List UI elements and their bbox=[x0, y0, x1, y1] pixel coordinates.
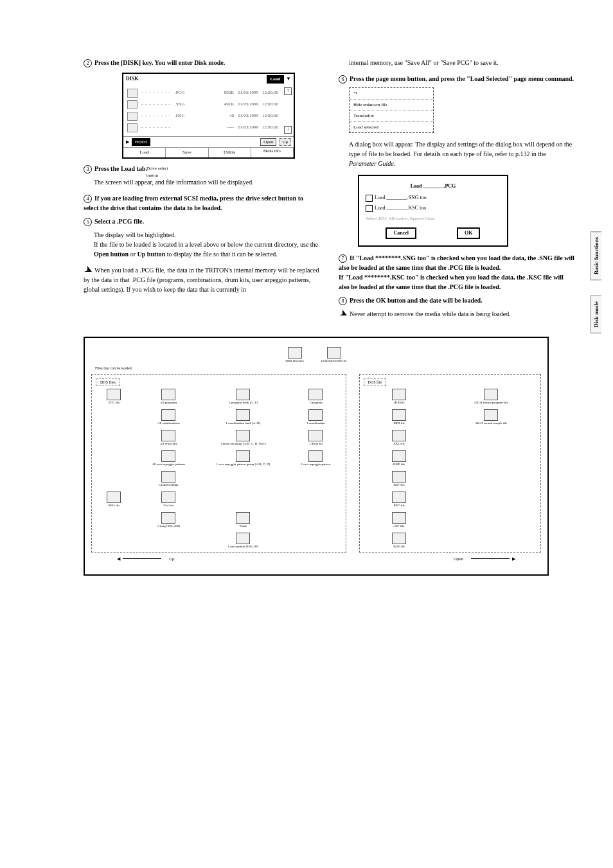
file-row: - - - - - - - -.KSC4001/03/199912:00:00 bbox=[127, 111, 278, 122]
load-header-button: Load bbox=[267, 75, 285, 84]
step-number-icon: 8 bbox=[339, 297, 347, 305]
file-icon bbox=[161, 471, 175, 483]
tree-node: Track bbox=[205, 512, 281, 527]
page-menu: ↪ Hide unknown file Translation Load sel… bbox=[349, 87, 434, 133]
file-icon bbox=[161, 512, 175, 524]
dialog-title: Load ________.PCG bbox=[366, 182, 501, 190]
tree-node: .JKB file bbox=[364, 389, 434, 404]
file-icon bbox=[392, 450, 406, 462]
step-3-body: The screen will appear, and file informa… bbox=[94, 177, 319, 187]
step-5: 5Select a .PCG file. bbox=[84, 217, 319, 226]
side-tabs: Basic functions Disk mode bbox=[591, 231, 601, 349]
file-icon bbox=[236, 430, 250, 441]
drive-arrow-icon: ▶ bbox=[126, 139, 129, 146]
folder-icon bbox=[288, 347, 302, 359]
file-row: - - - - - - - ------01/03/199912:00:00 bbox=[127, 122, 278, 134]
file-icon bbox=[327, 347, 341, 359]
file-icon bbox=[484, 409, 498, 421]
tree-node: All drum kits bbox=[141, 430, 196, 445]
tree-node: 1 program bank [A–F] bbox=[205, 389, 281, 404]
menu-item: Translation bbox=[350, 111, 433, 122]
file-icon bbox=[236, 533, 250, 544]
menu-item: Load selected bbox=[350, 122, 433, 133]
tree-subheader: DOS files bbox=[96, 378, 120, 386]
left-arrow-icon: ◀ bbox=[117, 556, 120, 562]
tree-node: .KMP file bbox=[364, 450, 434, 466]
tree-node: Global settings bbox=[141, 471, 196, 486]
tab-save: Save bbox=[166, 148, 208, 157]
step-4: 4If you are loading from external SCSI m… bbox=[84, 193, 319, 213]
tree-node: 1 user pattern [U00–99] bbox=[205, 533, 281, 548]
file-icon bbox=[161, 409, 175, 421]
tree-node: All user arpeggio patterns bbox=[141, 450, 196, 466]
tree-node: DOS directory bbox=[285, 347, 304, 362]
tree-node: 1 user arpeggio pattern bbox=[290, 450, 341, 466]
tree-node: 1 drum kit group [A/B, C, D, User] bbox=[205, 430, 281, 445]
file-icon bbox=[392, 389, 406, 400]
right-arrow-icon: ▶ bbox=[512, 556, 515, 562]
step-number-icon: 2 bbox=[84, 59, 92, 67]
file-icon bbox=[308, 389, 323, 400]
step-5-body: The display will be highlighted. If the … bbox=[94, 230, 319, 259]
tree-node: All combinations bbox=[141, 409, 196, 425]
step-8: 8Press the OK button and the date will b… bbox=[339, 296, 574, 305]
load-dialog: Load ________.PCG Load ________.SNG too … bbox=[358, 175, 508, 247]
file-row: - - - - - - - -.SNG491K01/03/199912:00:0… bbox=[127, 99, 278, 111]
file-icon bbox=[308, 409, 323, 421]
note-icon bbox=[84, 265, 93, 275]
file-icon bbox=[127, 89, 138, 98]
file-icon bbox=[127, 112, 138, 121]
tree-node: .AIF file bbox=[364, 512, 434, 527]
file-icon bbox=[392, 430, 406, 441]
step-number-icon: 7 bbox=[339, 254, 347, 263]
cancel-button: Cancel bbox=[386, 227, 416, 239]
tree-node: .SNG file bbox=[96, 492, 132, 507]
checkbox-icon bbox=[366, 195, 373, 202]
tree-node: All programs bbox=[141, 389, 196, 404]
dialog-radio-row: Select .KSC Allocation: Append Clear bbox=[366, 215, 501, 222]
file-icon bbox=[484, 389, 498, 400]
step-number-icon: 5 bbox=[84, 218, 92, 226]
drive-select-caption: Drive selectbutton bbox=[147, 165, 168, 179]
file-icon bbox=[308, 450, 323, 462]
file-icon bbox=[161, 492, 175, 503]
disk-screenshot: DISK Load▼ - - - - - - - -.PCG892K01/03/… bbox=[122, 73, 295, 159]
file-icon bbox=[236, 389, 250, 400]
step-7: 7If "Load ********.SNG too" is checked w… bbox=[339, 253, 574, 292]
step-2: 2Press the [DISK] key. You will enter Di… bbox=[84, 58, 319, 67]
file-icon bbox=[236, 512, 250, 524]
side-tab-disk: Disk mode bbox=[591, 296, 601, 333]
file-icon bbox=[127, 100, 138, 109]
step-number-icon: 6 bbox=[339, 75, 347, 84]
open-button: Open bbox=[260, 138, 276, 146]
file-icon bbox=[308, 430, 323, 441]
tree-node: 1 combination bank [A–D] bbox=[205, 409, 281, 425]
tree-node: 1 drum kit bbox=[290, 430, 341, 445]
file-icon bbox=[392, 409, 406, 421]
tree-subheader: DOS file bbox=[364, 378, 387, 386]
screen-title: DISK bbox=[126, 75, 139, 83]
file-icon bbox=[392, 471, 406, 483]
file-icon bbox=[161, 450, 175, 462]
file-icon bbox=[236, 450, 250, 462]
tree-node: AKAI format sample file bbox=[446, 409, 537, 425]
note-icon bbox=[339, 309, 348, 319]
file-row: - - - - - - - -.PCG892K01/03/199912:00:0… bbox=[127, 87, 278, 99]
file-icon bbox=[161, 389, 175, 400]
note-1: When you load a .PCG file, the data in t… bbox=[84, 265, 319, 294]
dialog-checkbox-row: Load ________.SNG too bbox=[366, 194, 501, 202]
tree-node: 1 user arpeggio pattern group [A/B, C, D… bbox=[205, 450, 281, 466]
tab-load: Load bbox=[123, 148, 166, 157]
side-tab-basic: Basic functions bbox=[591, 231, 601, 280]
file-icon bbox=[236, 409, 250, 421]
tab-media-info: Media Info bbox=[251, 148, 294, 157]
file-icon bbox=[161, 430, 175, 441]
file-tree-diagram: DOS directory Undefined DOS file Files t… bbox=[84, 337, 549, 576]
file-icon bbox=[392, 533, 406, 544]
note-2: Never attempt to remove the media while … bbox=[339, 309, 574, 319]
step-number-icon: 3 bbox=[84, 165, 92, 173]
drive-select-chip: HDD:I bbox=[132, 138, 150, 146]
step-6: 6Press the page menu button, and press t… bbox=[339, 74, 574, 84]
step-number-icon: 4 bbox=[84, 195, 92, 203]
tree-node: .MID file bbox=[364, 409, 434, 425]
